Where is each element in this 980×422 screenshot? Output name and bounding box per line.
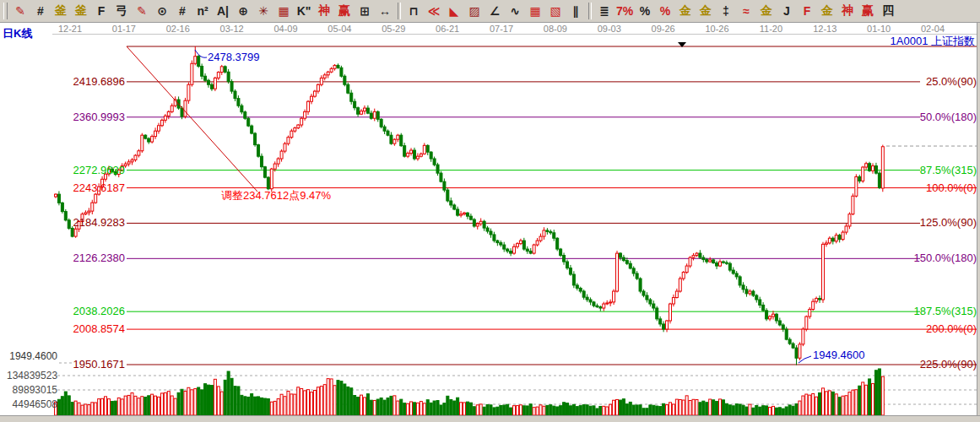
- candle-body: [699, 253, 701, 257]
- volume-bar: [310, 392, 312, 415]
- candle-body: [307, 101, 310, 111]
- date-tick-04-09: 04-09: [273, 24, 297, 34]
- candle-body: [672, 298, 674, 304]
- volume-bar: [799, 401, 801, 415]
- volume-bar: [290, 394, 293, 415]
- volume-bar: [755, 405, 758, 415]
- candle-body: [141, 135, 143, 151]
- volume-bar: [370, 400, 372, 415]
- candle-body: [447, 190, 449, 201]
- volume-bar: [463, 403, 466, 415]
- candle-body: [606, 303, 609, 304]
- fib-right-label-87.5%(315): 87.5%(315): [884, 165, 977, 176]
- candle-body: [436, 165, 439, 173]
- volume-bar: [244, 397, 246, 415]
- volume-bar: [766, 406, 768, 415]
- candle-body: [317, 84, 319, 91]
- candle-body: [251, 126, 253, 133]
- volume-bar: [453, 401, 456, 415]
- candle-body: [838, 235, 841, 240]
- volume-bar: [88, 405, 90, 415]
- volume-bar: [745, 407, 748, 415]
- volume-bar: [114, 401, 116, 415]
- volume-bar: [450, 399, 452, 415]
- volume-bar: [74, 401, 77, 415]
- trendline-handle-triangle[interactable]: [678, 42, 686, 47]
- volume-tick-44946508: 44946508: [7, 399, 57, 409]
- date-tick-05-04: 05-04: [328, 24, 351, 34]
- high-price-annotation: 2478.3799: [208, 51, 259, 63]
- volume-bar: [579, 406, 582, 415]
- volume-bar: [762, 406, 765, 415]
- candle-body: [460, 214, 463, 215]
- volume-bar: [845, 396, 847, 415]
- volume-bar: [709, 399, 712, 415]
- candle-body: [669, 304, 671, 321]
- candle-body: [513, 246, 516, 253]
- volume-bar: [749, 404, 751, 415]
- volume-bar: [675, 399, 678, 415]
- candle-body: [622, 257, 625, 261]
- fib-right-label-125.0%(90): 125.0%(90): [884, 217, 977, 228]
- candle-body: [344, 76, 346, 84]
- candle-body: [453, 205, 456, 209]
- volume-bar: [191, 390, 193, 415]
- candle-body: [320, 78, 322, 84]
- volume-bar: [589, 406, 592, 415]
- volume-bar: [111, 402, 113, 415]
- volume-bar: [363, 398, 365, 415]
- volume-bar: [177, 392, 180, 415]
- candle-body: [742, 285, 744, 289]
- volume-bar: [214, 379, 216, 415]
- volume-bar: [526, 406, 528, 415]
- candle-body: [284, 143, 286, 151]
- volume-bar: [855, 390, 858, 415]
- candle-body: [828, 238, 831, 243]
- volume-bar: [181, 389, 183, 415]
- volume-bar: [257, 397, 260, 415]
- candle-body: [151, 137, 154, 142]
- candle-body: [430, 152, 432, 159]
- candle-body: [716, 262, 718, 266]
- volume-bar: [277, 398, 279, 415]
- candle-body: [725, 262, 728, 263]
- volume-bar: [151, 394, 154, 415]
- volume-bar: [167, 392, 170, 415]
- fib-left-label-1950.1671: 1950.1671: [57, 359, 125, 370]
- volume-bar: [373, 400, 376, 415]
- candle-body: [656, 308, 658, 319]
- volume-bar: [400, 399, 403, 415]
- volume-bar: [84, 404, 87, 415]
- candle-body: [639, 279, 642, 291]
- volume-bar: [61, 397, 63, 415]
- candle-body: [214, 78, 216, 89]
- candle-body: [563, 256, 566, 262]
- candle-body: [553, 233, 555, 238]
- volume-bar: [599, 406, 602, 415]
- date-tick-07-17: 07-17: [490, 24, 513, 34]
- candle-body: [483, 221, 485, 228]
- candle-body: [171, 106, 173, 111]
- volume-bar: [198, 387, 200, 415]
- candle-body: [393, 139, 396, 143]
- candle-body: [506, 249, 509, 251]
- volume-bar: [64, 392, 67, 415]
- volume-bar: [625, 404, 628, 415]
- volume-bar: [383, 400, 386, 415]
- candle-body: [874, 166, 877, 174]
- date-tick-02-16: 02-16: [166, 24, 190, 34]
- candle-body: [297, 125, 300, 128]
- candle-body: [666, 321, 669, 329]
- candle-body: [290, 131, 293, 137]
- volume-bar: [416, 403, 419, 415]
- volume-bar: [742, 405, 744, 415]
- volume-bar: [636, 405, 638, 415]
- volume-bar: [632, 405, 635, 415]
- low-price-annotation: 1949.4600: [813, 349, 864, 361]
- candle-body: [819, 299, 821, 300]
- candle-body: [582, 291, 585, 297]
- volume-bar: [479, 404, 482, 415]
- candle-body: [61, 203, 63, 211]
- candle-body: [210, 84, 213, 89]
- date-tick-06-21: 06-21: [436, 24, 459, 34]
